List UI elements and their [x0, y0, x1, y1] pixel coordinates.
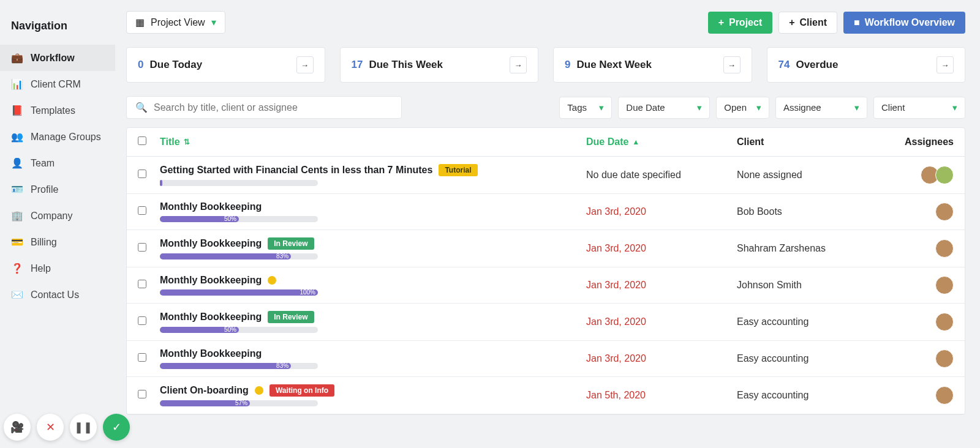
record-button[interactable]: 🎥	[4, 414, 31, 441]
progress-fill	[160, 180, 162, 186]
project-title: Monthly Bookkeeping	[160, 238, 262, 249]
project-title: Getting Started with Financial Cents in …	[160, 165, 432, 176]
column-header-title[interactable]: Title ⇅	[160, 136, 586, 147]
project-title: Monthly Bookkeeping	[160, 312, 262, 323]
arrow-right-icon[interactable]: →	[296, 56, 314, 73]
progress-fill: 57%	[160, 400, 250, 406]
client-name: Johnson Smith	[737, 280, 802, 290]
progress-bar: 50%	[160, 327, 318, 333]
sidebar-item-contact-us[interactable]: ✉️Contact Us	[0, 282, 115, 308]
row-checkbox[interactable]	[138, 316, 146, 325]
search-input[interactable]	[154, 102, 393, 113]
table-row[interactable]: Monthly Bookkeeping100%Jan 3rd, 2020John…	[127, 267, 965, 304]
table-row[interactable]: Monthly Bookkeeping83%Jan 3rd, 2020Easy …	[127, 341, 965, 377]
sidebar-item-profile[interactable]: 🪪Profile	[0, 176, 115, 203]
column-client-label: Client	[737, 136, 764, 147]
building-icon: 🏢	[11, 210, 22, 222]
summary-card-overdue[interactable]: 74 Overdue →	[767, 47, 966, 83]
summary-label: Due Next Week	[576, 59, 652, 71]
sidebar-title: Navigation	[0, 15, 115, 45]
project-title: Monthly Bookkeeping	[160, 275, 262, 286]
cancel-recording-button[interactable]: ✕	[37, 414, 64, 441]
project-title: Monthly Bookkeeping	[160, 348, 262, 359]
row-checkbox[interactable]	[138, 243, 146, 252]
column-header-due-date[interactable]: Due Date ▲	[586, 136, 737, 147]
table-row[interactable]: Monthly Bookkeeping50%Jan 3rd, 2020Bob B…	[127, 194, 965, 230]
avatar[interactable]	[935, 386, 954, 405]
avatar[interactable]	[935, 276, 954, 294]
avatar[interactable]	[935, 313, 954, 331]
plus-icon: +	[789, 17, 794, 28]
chevron-down-icon: ▾	[952, 102, 957, 113]
client-name: Easy accounting	[737, 353, 809, 364]
plus-icon: +	[718, 17, 724, 28]
avatar[interactable]	[935, 203, 954, 221]
filter-due-date[interactable]: Due Date ▾	[618, 97, 710, 119]
column-assignees-label: Assignees	[905, 136, 954, 147]
sidebar-item-client-crm[interactable]: 📊Client CRM	[0, 71, 115, 97]
briefcase-icon: 💼	[11, 52, 22, 64]
mail-icon: ✉️	[11, 289, 22, 301]
video-icon: 🎥	[10, 420, 24, 434]
table-header: Title ⇅ Due Date ▲ Client Assignees	[127, 128, 965, 157]
table-row[interactable]: Monthly BookkeepingIn Review50%Jan 3rd, …	[127, 304, 965, 341]
progress-fill: 50%	[160, 327, 239, 333]
filter-assignee[interactable]: Assignee ▾	[775, 97, 867, 119]
select-all-checkbox[interactable]	[138, 136, 146, 145]
confirm-recording-button[interactable]: ✓	[103, 414, 130, 441]
row-checkbox[interactable]	[138, 170, 146, 178]
sidebar-item-manage-groups[interactable]: 👥Manage Groups	[0, 124, 115, 150]
client-name: Shahram Zarshenas	[737, 243, 826, 253]
arrow-right-icon[interactable]: →	[510, 56, 527, 73]
sidebar-item-help[interactable]: ❓Help	[0, 255, 115, 282]
avatar[interactable]	[935, 239, 954, 258]
search-box[interactable]: 🔍	[126, 96, 402, 119]
table-row[interactable]: Getting Started with Financial Cents in …	[127, 157, 965, 194]
main-content: ▦ Project View ▾ + Project + Client ■ Wo…	[115, 0, 980, 448]
sidebar-item-templates[interactable]: 📕Templates	[0, 97, 115, 124]
sidebar-item-company[interactable]: 🏢Company	[0, 203, 115, 229]
sidebar-item-workflow[interactable]: 💼Workflow	[0, 45, 115, 71]
add-project-button[interactable]: + Project	[708, 12, 773, 34]
summary-card-due-today[interactable]: 0 Due Today →	[126, 47, 325, 83]
arrow-right-icon[interactable]: →	[723, 56, 741, 73]
arrow-right-icon[interactable]: →	[937, 56, 954, 73]
add-client-button[interactable]: + Client	[778, 12, 837, 34]
due-date: Jan 3rd, 2020	[586, 243, 646, 253]
summary-card-due-this-week[interactable]: 17 Due This Week →	[340, 47, 539, 83]
row-checkbox[interactable]	[138, 280, 146, 288]
sort-icon: ⇅	[184, 138, 190, 146]
summary-count: 74	[778, 59, 790, 71]
book-icon: 📕	[11, 105, 22, 116]
avatar[interactable]	[935, 166, 954, 184]
sidebar-item-label: Billing	[31, 237, 57, 248]
chevron-down-icon: ▾	[756, 102, 761, 113]
row-checkbox[interactable]	[138, 353, 146, 362]
sidebar-item-label: Workflow	[31, 53, 75, 64]
help-icon: ❓	[11, 263, 22, 274]
sidebar-item-billing[interactable]: 💳Billing	[0, 229, 115, 255]
table-row[interactable]: Client On-boardingWaiting on Info57%Jan …	[127, 377, 965, 414]
filter-tags[interactable]: Tags ▾	[559, 97, 612, 119]
client-name: None assigned	[737, 170, 802, 180]
filter-client[interactable]: Client ▾	[873, 97, 965, 119]
project-view-dropdown[interactable]: ▦ Project View ▾	[126, 11, 225, 34]
table-row[interactable]: Monthly BookkeepingIn Review83%Jan 3rd, …	[127, 230, 965, 267]
filter-status[interactable]: Open ▾	[716, 97, 769, 119]
progress-fill: 83%	[160, 253, 291, 259]
sidebar-item-label: Help	[31, 263, 51, 274]
sidebar-item-team[interactable]: 👤Team	[0, 150, 115, 176]
column-due-label: Due Date	[586, 136, 628, 147]
progress-bar	[160, 180, 318, 186]
due-date: Jan 5th, 2020	[586, 390, 646, 400]
summary-card-due-next-week[interactable]: 9 Due Next Week →	[553, 47, 752, 83]
pause-recording-button[interactable]: ❚❚	[70, 414, 97, 441]
due-date: Jan 3rd, 2020	[586, 206, 646, 217]
client-name: Easy accounting	[737, 316, 809, 327]
row-checkbox[interactable]	[138, 206, 146, 215]
workflow-overview-button[interactable]: ■ Workflow Overview	[843, 12, 965, 34]
avatar[interactable]	[935, 349, 954, 368]
row-checkbox[interactable]	[138, 390, 146, 398]
projects-table: Title ⇅ Due Date ▲ Client Assignees Gett…	[126, 127, 965, 415]
sidebar-nav: Navigation 💼Workflow📊Client CRM📕Template…	[0, 0, 115, 448]
